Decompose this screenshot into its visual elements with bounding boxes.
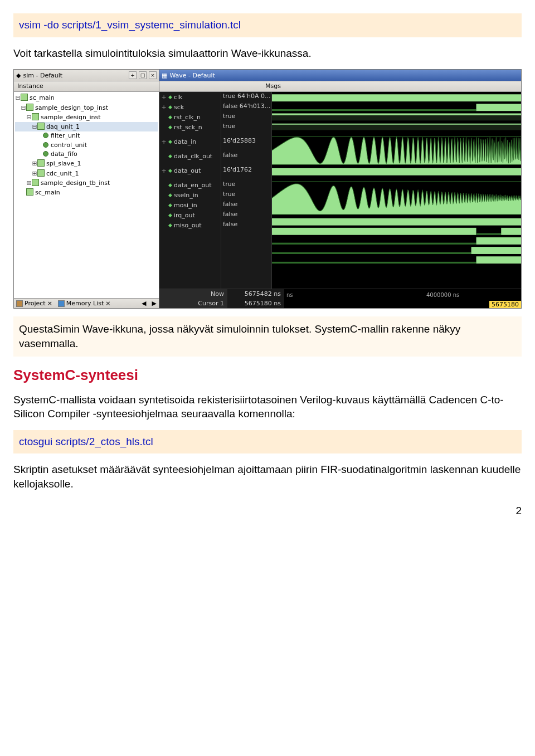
paragraph-1: Voit tarkastella simulointituloksia simu… <box>13 46 522 61</box>
signal-value-sck: false 64'h013... <box>221 102 271 112</box>
svg-rect-7 <box>272 115 521 121</box>
svg-rect-10 <box>272 164 521 165</box>
signal-name-irq_out[interactable]: ◆irq_out <box>159 210 221 220</box>
signal-value-irq_out: false <box>221 210 271 220</box>
signal-value-data_clk_out: false <box>221 151 271 161</box>
svg-rect-14 <box>272 218 521 226</box>
memory-icon <box>58 300 65 307</box>
tree-item-spi_slave_1[interactable]: ⊞spi_slave_1 <box>15 159 158 168</box>
signal-name-mosi_in[interactable]: ◆mosi_in <box>159 200 221 210</box>
signal-value-rst_sck_n: true <box>221 122 271 132</box>
tab-project[interactable]: Project × <box>16 300 52 307</box>
window-max-button[interactable]: □ <box>139 71 147 79</box>
svg-rect-15 <box>272 228 476 235</box>
svg-rect-18 <box>272 243 476 245</box>
signal-value-gap <box>221 132 271 136</box>
sim-titlebar: ◆ sim - Default + □ × <box>14 70 159 81</box>
tab-memory-list[interactable]: Memory List × <box>58 300 111 307</box>
scroll-left-icon[interactable]: ◀ <box>142 300 146 307</box>
svg-rect-12 <box>272 182 521 182</box>
svg-rect-22 <box>272 262 476 264</box>
signal-name-data_clk_out[interactable]: ◆data_clk_out <box>159 151 221 161</box>
signal-gap <box>159 175 221 180</box>
command-box-2: ctosgui scripts/2_ctos_hls.tcl <box>13 430 522 454</box>
page-number: 2 <box>13 505 522 517</box>
signal-name-data_en_out[interactable]: ◆data_en_out <box>159 180 221 190</box>
svg-rect-1 <box>272 109 476 111</box>
signal-names-column[interactable]: +◆clk+◆sck◆rst_clk_n◆rst_sck_n+◆data_in◆… <box>159 92 221 289</box>
tree-item-filter_unit[interactable]: filter_unit <box>15 131 158 140</box>
window-icon: ◆ <box>16 72 21 79</box>
wave-header <box>284 81 521 92</box>
msgs-header: Msgs <box>227 81 284 92</box>
signal-value-rst_clk_n: true <box>221 112 271 122</box>
signal-values-column: true 64'h0A 0...false 64'h013...truetrue… <box>221 92 272 289</box>
svg-rect-13 <box>272 214 521 215</box>
svg-rect-2 <box>476 104 521 111</box>
signal-name-data_in[interactable]: +◆data_in <box>159 136 221 147</box>
tree-item-daq_unit_1[interactable]: ⊟daq_unit_1 <box>15 122 158 131</box>
signal-value-clk: true 64'h0A 0... <box>221 92 271 102</box>
wave-icon: ▦ <box>162 72 167 79</box>
signal-name-sck[interactable]: +◆sck <box>159 102 221 112</box>
wave-status-rows: Now 5675482 ns ns 4000000 ns Cursor 1 56… <box>159 289 521 308</box>
wave-panel: ▦ Wave - Default Msgs +◆clk+◆sck◆rst_clk… <box>159 70 521 308</box>
signal-value-data_out: 16'd1762 <box>221 165 271 175</box>
bottom-tabs: Project × Memory List × ◀ ▶ <box>14 298 159 308</box>
svg-rect-11 <box>272 168 521 175</box>
paragraph-3: Skriptin asetukset määräävät synteesiohj… <box>13 462 522 491</box>
signal-name-data_out[interactable]: +◆data_out <box>159 165 221 175</box>
waveform-area[interactable] <box>272 92 521 289</box>
svg-rect-17 <box>501 228 521 235</box>
tree-item-sample_design_tb_inst[interactable]: ⊞sample_design_tb_inst <box>15 178 158 188</box>
tree-item-sample_design_inst[interactable]: ⊟sample_design_inst <box>15 113 158 122</box>
svg-rect-23 <box>476 256 521 264</box>
wave-title: Wave - Default <box>169 72 215 79</box>
wave-titlebar: ▦ Wave - Default <box>159 70 521 81</box>
simulator-screenshot: ◆ sim - Default + □ × Instance ⊟sc_main⊟… <box>13 69 522 309</box>
hierarchy-tree[interactable]: ⊟sc_main⊟sample_design_top_inst⊟sample_d… <box>14 92 159 298</box>
signal-value-data_en_out: true <box>221 180 271 190</box>
scroll-right-icon[interactable]: ▶ <box>152 300 157 307</box>
signal-name-rst_sck_n[interactable]: ◆rst_sck_n <box>159 122 221 132</box>
signal-value-data_in: 16'd25883 <box>221 136 271 147</box>
section-heading-systemc-synteesi: SystemC-synteesi <box>13 367 522 384</box>
svg-rect-19 <box>476 237 521 245</box>
tree-item-control_unit[interactable]: control_unit <box>15 141 158 150</box>
signal-value-gap <box>221 161 271 165</box>
signal-value-gap <box>221 175 271 180</box>
cursor-row: Cursor 1 5675180 ns 5675180 <box>159 299 521 308</box>
signal-name-sseln_in[interactable]: ◆sseln_in <box>159 190 221 200</box>
cursor-end-label: 5675180 <box>489 301 521 308</box>
now-row: Now 5675482 ns ns 4000000 ns <box>159 289 521 299</box>
tree-item-sc_main[interactable]: sc_main <box>15 188 158 197</box>
tree-item-cdc_unit_1[interactable]: ⊞cdc_unit_1 <box>15 169 158 178</box>
instance-header: Instance <box>14 81 159 92</box>
window-plus-button[interactable]: + <box>129 71 137 79</box>
signal-gap <box>159 132 221 136</box>
signal-value-sseln_in: true <box>221 190 271 200</box>
signal-name-header <box>159 81 227 92</box>
signal-gap <box>159 147 221 151</box>
window-close-button[interactable]: × <box>149 71 157 79</box>
svg-rect-16 <box>476 233 502 235</box>
signal-value-mosi_in: false <box>221 200 271 210</box>
sim-panel: ◆ sim - Default + □ × Instance ⊟sc_main⊟… <box>14 70 159 308</box>
paragraph-2: SystemC-mallista voidaan syntetisoida re… <box>13 393 522 421</box>
command-box-1: vsim -do scripts/1_vsim_systemc_simulati… <box>13 13 522 37</box>
sim-title: sim - Default <box>23 72 62 79</box>
tree-item-data_fifo[interactable]: data_fifo <box>15 150 158 159</box>
svg-rect-8 <box>272 124 521 130</box>
svg-rect-20 <box>272 252 471 254</box>
svg-rect-9 <box>272 136 521 136</box>
signal-name-rst_clk_n[interactable]: ◆rst_clk_n <box>159 112 221 122</box>
tree-item-sc_main[interactable]: ⊟sc_main <box>15 93 158 103</box>
signal-value-miso_out: false <box>221 220 271 230</box>
tree-item-sample_design_top_inst[interactable]: ⊟sample_design_top_inst <box>15 103 158 113</box>
signal-name-miso_out[interactable]: ◆miso_out <box>159 220 221 230</box>
signal-gap <box>159 161 221 165</box>
signal-name-clk[interactable]: +◆clk <box>159 92 221 102</box>
signal-value-gap <box>221 147 271 151</box>
svg-rect-0 <box>272 95 521 102</box>
instance-header-label: Instance <box>17 82 43 90</box>
